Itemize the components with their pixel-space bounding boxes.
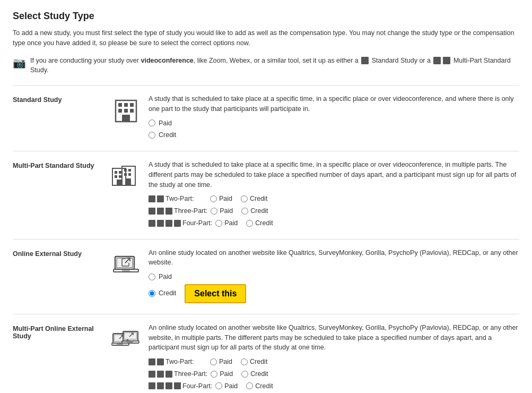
multi-laptop-external-icon: [111, 325, 141, 354]
two-part-standard-paid-radio[interactable]: [210, 195, 217, 202]
multi-part-standard-icon-cell: [107, 160, 144, 191]
multi-part-online-external-desc: An online study located on another websi…: [149, 323, 519, 353]
two-part-standard-credit-radio[interactable]: [241, 195, 248, 202]
svg-rect-10: [119, 171, 121, 174]
online-external-paid-radio[interactable]: [149, 274, 155, 280]
four-part-icon1: [149, 220, 155, 227]
oe-four-icon2: [157, 382, 164, 389]
online-external-credit-radio[interactable]: [149, 290, 155, 297]
four-part-paid-credit: Paid Credit: [215, 218, 273, 228]
three-part-icon2: [157, 208, 164, 215]
multi-part-online-external-content: An online study located on another websi…: [149, 323, 519, 393]
three-part-standard-row: Three-Part: Paid Credit: [149, 206, 519, 216]
svg-rect-9: [115, 171, 117, 174]
online-external-credit-row: Credit Select this: [149, 284, 519, 303]
svg-rect-19: [126, 178, 131, 185]
three-part-label: Three-Part:: [149, 206, 207, 216]
oe-four-paid-label[interactable]: Paid: [215, 381, 238, 391]
multi-part-standard-row: Multi-Part Standard Study A study that i…: [13, 151, 519, 239]
online-external-desc: An online study located on another websi…: [149, 248, 519, 268]
three-part-icon1: [149, 208, 155, 215]
three-part-icon3: [165, 208, 172, 215]
online-external-credit-label[interactable]: Credit: [159, 288, 176, 298]
svg-rect-7: [122, 115, 130, 122]
standard-study-row: Standard Study A study that is scheduled…: [13, 85, 519, 151]
standard-credit-radio[interactable]: [149, 132, 155, 139]
oe-three-credit-radio[interactable]: [241, 371, 248, 378]
svg-rect-13: [117, 180, 121, 185]
four-part-standard-paid-radio[interactable]: [215, 220, 222, 227]
multi2-icon-small: [443, 57, 450, 64]
multi-part-online-external-row: Multi-Part Online External Study An onli…: [13, 314, 519, 393]
online-external-paid-label[interactable]: Paid: [159, 272, 172, 282]
two-part-credit-label[interactable]: Credit: [241, 194, 267, 204]
three-part-standard-paid-radio[interactable]: [211, 208, 217, 215]
multi-building-icon: [111, 162, 141, 191]
video-icon: 📷: [13, 55, 26, 71]
svg-rect-23: [122, 270, 130, 271]
standard-icon-small: [361, 57, 369, 64]
multi-part-online-external-icon-cell: [107, 323, 144, 354]
svg-rect-12: [119, 175, 121, 178]
oe-three-icon3: [165, 371, 172, 378]
svg-rect-4: [118, 109, 122, 113]
oe-three-paid-label[interactable]: Paid: [211, 369, 233, 379]
two-part-online-row: Two-Part: Paid Credit: [149, 357, 519, 367]
svg-rect-32: [117, 344, 123, 345]
oe-two-paid-radio[interactable]: [210, 358, 217, 365]
oe-three-icon1: [149, 371, 155, 378]
svg-rect-6: [130, 109, 134, 113]
oe-three-credit-label[interactable]: Credit: [241, 369, 268, 379]
oe-four-paid-radio[interactable]: [215, 382, 222, 389]
two-part-paid-credit: Paid Credit: [210, 194, 267, 204]
standard-study-name: Standard Study: [13, 94, 103, 104]
oe-two-credit-label[interactable]: Credit: [241, 357, 267, 367]
oe-four-credit-radio[interactable]: [246, 382, 253, 389]
three-part-online-row: Three-Part: Paid Credit: [149, 369, 519, 379]
intro-text: To add a new study, you must first selec…: [13, 28, 519, 48]
four-part-label: Four-Part:: [149, 218, 212, 228]
four-part-standard-credit-radio[interactable]: [246, 220, 253, 227]
standard-credit-label[interactable]: Credit: [159, 130, 176, 140]
online-external-name: Online External Study: [13, 248, 103, 258]
three-part-credit-label[interactable]: Credit: [241, 206, 268, 216]
oe-two-credit-radio[interactable]: [241, 358, 248, 365]
standard-study-icon-cell: [107, 94, 144, 125]
svg-rect-2: [124, 103, 128, 107]
standard-paid-row: Paid: [149, 118, 519, 129]
oe-four-icon1: [149, 382, 155, 389]
three-part-standard-credit-radio[interactable]: [241, 208, 248, 215]
oe-two-paid-label[interactable]: Paid: [210, 357, 232, 367]
two-part-online-label: Two-Part:: [149, 357, 207, 367]
four-part-paid-label[interactable]: Paid: [215, 218, 238, 228]
oe-three-icon2: [157, 371, 164, 378]
multi-part-standard-content: A study that is scheduled to take place …: [149, 160, 519, 230]
four-part-icon4: [174, 220, 181, 227]
standard-paid-label[interactable]: Paid: [159, 118, 172, 129]
oe-three-paid-radio[interactable]: [211, 371, 217, 378]
three-part-paid-label[interactable]: Paid: [211, 206, 233, 216]
svg-rect-16: [128, 169, 131, 172]
online-external-icon-cell: [107, 248, 144, 279]
oe-two-icon1: [149, 358, 155, 365]
oe-two-icon2: [157, 358, 164, 365]
two-part-icon2: [157, 195, 164, 202]
multi-part-standard-desc: A study that is scheduled to take place …: [149, 160, 519, 190]
oe-four-icon4: [174, 382, 181, 389]
standard-study-content: A study that is scheduled to take place …: [149, 94, 519, 142]
standard-paid-radio[interactable]: [149, 119, 155, 126]
four-part-credit-label[interactable]: Credit: [246, 218, 273, 228]
oe-four-credit-label[interactable]: Credit: [246, 381, 273, 391]
svg-rect-3: [130, 103, 134, 107]
video-notice-text: If you are conducting your study over vi…: [30, 56, 519, 76]
four-part-online-row: Four-Part: Paid Credit: [149, 381, 519, 391]
oe-four-paid-credit: Paid Credit: [215, 381, 273, 391]
svg-rect-15: [124, 169, 127, 172]
svg-rect-37: [127, 341, 133, 343]
three-part-paid-credit: Paid Credit: [211, 206, 268, 216]
online-external-row: Online External Study An online study lo…: [13, 239, 519, 314]
four-part-standard-row: Four-Part: Paid Credit: [149, 218, 519, 228]
oe-two-paid-credit: Paid Credit: [210, 357, 267, 367]
two-part-paid-label[interactable]: Paid: [210, 194, 232, 204]
svg-rect-5: [124, 109, 128, 113]
